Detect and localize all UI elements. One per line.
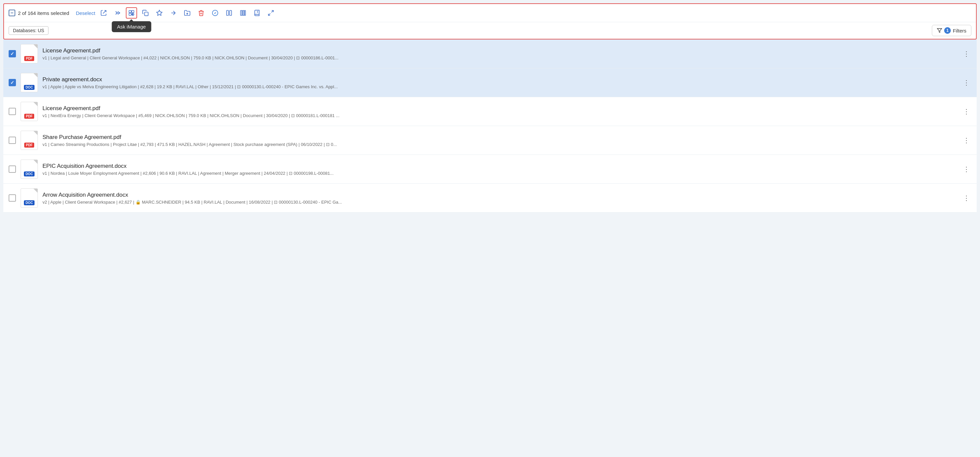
doc-info: License Agreement.pdf v1 | Legal and Gen… <box>43 48 957 60</box>
toolbar-row: − 2 of 164 items selected Deselect <box>4 4 976 22</box>
checkbox[interactable] <box>9 108 16 115</box>
more-button[interactable]: ⋮ <box>961 78 971 87</box>
filter-icon <box>937 28 942 33</box>
columns-button-2[interactable] <box>237 7 249 19</box>
more-button[interactable]: ⋮ <box>961 135 971 145</box>
doc-title[interactable]: License Agreement.pdf <box>43 48 957 54</box>
doc-title[interactable]: EPIC Acquisition Agreement.docx <box>43 163 957 170</box>
file-icon: PDF <box>21 131 38 150</box>
more-button[interactable]: ⋮ <box>961 106 971 116</box>
doc-meta: v1 | Legal and General | Client General … <box>43 56 957 60</box>
file-badge-doc: DOC <box>24 200 35 205</box>
copy-button[interactable] <box>140 7 151 19</box>
doc-info: Private agreement.docx v1 | Apple | Appl… <box>43 76 957 89</box>
file-icon: DOC <box>21 73 38 92</box>
more-button[interactable]: ⋮ <box>961 49 971 59</box>
more-button[interactable]: ⋮ <box>961 164 971 174</box>
doc-meta: v1 | NextEra Energy | Client General Wor… <box>43 113 957 118</box>
file-badge-pdf: PDF <box>24 143 34 148</box>
more-button[interactable]: ⋮ <box>961 193 971 203</box>
file-icon: PDF <box>21 102 38 121</box>
ask-imanage-container: ? Ask iManage <box>126 7 137 19</box>
checkbox[interactable] <box>9 165 16 173</box>
svg-rect-15 <box>244 11 245 16</box>
doc-title[interactable]: Arrow Acquisition Agreement.docx <box>43 192 957 198</box>
deselect-link[interactable]: Deselect <box>76 10 95 16</box>
star-button[interactable] <box>154 7 165 19</box>
svg-rect-12 <box>229 11 231 16</box>
doc-info: Arrow Acquisition Agreement.docx v2 | Ap… <box>43 192 957 205</box>
selection-count: 2 of 164 items selected Deselect <box>18 10 95 16</box>
send-button[interactable] <box>168 7 179 19</box>
list-item: PDF License Agreement.pdf v1 | NextEra E… <box>3 97 977 126</box>
svg-line-19 <box>268 14 270 16</box>
doc-meta: v2 | Apple | Client General Workspace | … <box>43 200 957 205</box>
doc-info: Share Purchase Agreement.pdf v1 | Cameo … <box>43 134 957 147</box>
approve-button[interactable] <box>210 7 221 19</box>
list-item: PDF License Agreement.pdf v1 | Legal and… <box>3 40 977 68</box>
columns-button[interactable] <box>223 7 235 19</box>
doc-title[interactable]: Share Purchase Agreement.pdf <box>43 134 957 141</box>
list-item: DOC Private agreement.docx v1 | Apple | … <box>3 68 977 97</box>
filters-label: Filters <box>953 28 966 33</box>
svg-rect-13 <box>240 11 242 16</box>
svg-text:?: ? <box>132 14 133 16</box>
checkbox[interactable] <box>9 136 16 144</box>
doc-meta: v1 | Cameo Streaming Productions | Proje… <box>43 142 957 147</box>
toolbar-area: − 2 of 164 items selected Deselect <box>0 3 980 213</box>
file-badge-doc: DOC <box>24 85 35 90</box>
books-button[interactable] <box>251 7 262 19</box>
doc-title[interactable]: Private agreement.docx <box>43 76 957 83</box>
list-item: PDF Share Purchase Agreement.pdf v1 | Ca… <box>3 126 977 155</box>
batch-process-button[interactable] <box>112 7 123 19</box>
filter-row: Databases: US 1 Filters <box>4 22 976 39</box>
svg-rect-6 <box>145 12 148 16</box>
doc-info: License Agreement.pdf v1 | NextEra Energ… <box>43 105 957 118</box>
checkbox[interactable] <box>9 79 16 86</box>
doc-meta: v1 | Nordea | Louie Moyer Employment Agr… <box>43 171 957 176</box>
file-badge-doc: DOC <box>24 171 35 176</box>
copy-to-folder-button[interactable] <box>181 7 193 19</box>
svg-marker-7 <box>156 10 162 16</box>
toolbar-container: − 2 of 164 items selected Deselect <box>3 3 977 40</box>
svg-line-18 <box>271 11 273 13</box>
deselect-minus-btn[interactable]: − <box>9 10 15 16</box>
file-icon: DOC <box>21 188 38 208</box>
ask-imanage-button[interactable]: ? <box>126 7 137 19</box>
db-badge[interactable]: Databases: US <box>9 26 48 35</box>
filters-badge: 1 <box>944 27 951 34</box>
checkbox[interactable] <box>9 50 16 57</box>
document-list: PDF License Agreement.pdf v1 | Legal and… <box>3 40 977 213</box>
lock-icon: 🔒 <box>135 200 141 205</box>
filters-button-wrapper: 1 Filters <box>932 25 971 36</box>
svg-line-0 <box>103 11 106 14</box>
export-button[interactable] <box>98 7 109 19</box>
file-icon: DOC <box>21 160 38 179</box>
file-icon: PDF <box>21 44 38 63</box>
list-item: DOC Arrow Acquisition Agreement.docx v2 … <box>3 184 977 213</box>
svg-rect-3 <box>129 13 131 16</box>
expand-button[interactable] <box>265 7 277 19</box>
file-badge-pdf: PDF <box>24 114 34 119</box>
list-item: DOC EPIC Acquisition Agreement.docx v1 |… <box>3 155 977 184</box>
delete-button[interactable] <box>196 7 207 19</box>
doc-info: EPIC Acquisition Agreement.docx v1 | Nor… <box>43 163 957 176</box>
svg-rect-1 <box>129 11 131 13</box>
svg-marker-20 <box>937 29 942 32</box>
svg-rect-11 <box>226 11 228 16</box>
filters-button[interactable]: 1 Filters <box>932 25 971 36</box>
svg-rect-2 <box>132 11 134 13</box>
doc-meta: v1 | Apple | Apple vs Melva Engineering … <box>43 84 957 89</box>
doc-title[interactable]: License Agreement.pdf <box>43 105 957 112</box>
svg-rect-14 <box>242 11 244 16</box>
checkbox[interactable] <box>9 194 16 202</box>
file-badge-pdf: PDF <box>24 56 34 61</box>
